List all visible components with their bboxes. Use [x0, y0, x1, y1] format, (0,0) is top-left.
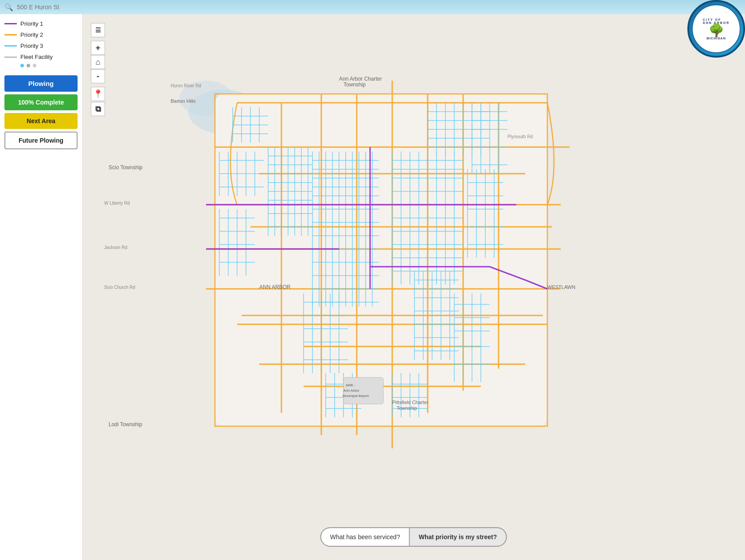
- map-svg: Ann Arbor Charter Township Scio Township…: [82, 14, 745, 560]
- map[interactable]: Ann Arbor Charter Township Scio Township…: [82, 14, 745, 560]
- search-input[interactable]: [17, 4, 150, 11]
- legend-dots: [4, 64, 78, 69]
- sidebar: Priority 1 Priority 2 Priority 3 Fleet F…: [0, 14, 82, 560]
- dot3: [33, 64, 36, 67]
- bottom-buttons: What has been serviced? What priority is…: [320, 527, 507, 547]
- fleet-line-icon: [4, 57, 17, 58]
- logo-tree-icon: 🌳: [709, 24, 724, 37]
- svg-text:Ann Arbor: Ann Arbor: [343, 389, 359, 393]
- header: 🔍: [0, 0, 745, 14]
- logo-bottom-text: MICHIGAN: [706, 37, 725, 40]
- complete-button[interactable]: 100% Complete: [4, 94, 78, 110]
- svg-text:Township: Township: [397, 405, 417, 411]
- priority3-line-icon: [4, 45, 17, 47]
- priority1-label: Priority 1: [20, 20, 43, 27]
- layers-button[interactable]: ⧉: [91, 102, 105, 116]
- locate-button[interactable]: 📍: [91, 87, 105, 101]
- home-button[interactable]: ⌂: [91, 55, 105, 69]
- map-controls: ☰ + ⌂ - 📍 ⧉: [91, 23, 105, 116]
- zoom-in-button[interactable]: +: [91, 41, 105, 55]
- svg-text:Municipal Airport: Municipal Airport: [343, 394, 369, 398]
- svg-text:Scio Church Rd: Scio Church Rd: [104, 285, 135, 290]
- fleet-label: Fleet Facility: [20, 54, 53, 60]
- svg-text:ARB -: ARB -: [346, 383, 355, 387]
- priority1-line-icon: [4, 23, 17, 24]
- svg-rect-3: [215, 94, 547, 426]
- priority3-label: Priority 3: [20, 43, 43, 49]
- future-plowing-button[interactable]: Future Plowing: [4, 132, 78, 149]
- dot2: [27, 64, 30, 67]
- svg-text:Barton Hills: Barton Hills: [171, 98, 196, 104]
- next-area-button[interactable]: Next Area: [4, 113, 78, 129]
- svg-text:Pittsfield Charter: Pittsfield Charter: [392, 400, 429, 405]
- priority2-label: Priority 2: [20, 31, 43, 38]
- zoom-out-button[interactable]: -: [91, 69, 105, 83]
- priority2-line-icon: [4, 34, 17, 35]
- search-icon: 🔍: [4, 3, 13, 12]
- city-logo: CITY OFANN ARBOR 🌳 MICHIGAN: [687, 0, 745, 58]
- svg-text:Lodi Township: Lodi Township: [109, 421, 142, 428]
- svg-text:Huron River Rd: Huron River Rd: [171, 83, 201, 88]
- priority-button[interactable]: What priority is my street?: [410, 527, 507, 547]
- svg-text:WESTLAWN: WESTLAWN: [547, 284, 575, 290]
- svg-text:Plymouth Rd: Plymouth Rd: [507, 134, 533, 139]
- svg-text:Township: Township: [343, 82, 366, 88]
- legend-priority3: Priority 3: [4, 42, 78, 50]
- legend-priority1: Priority 1: [4, 19, 78, 28]
- dot1: [20, 64, 24, 67]
- menu-button[interactable]: ☰: [91, 23, 105, 37]
- svg-text:W Liberty Rd: W Liberty Rd: [104, 201, 130, 206]
- plowing-button[interactable]: Plowing: [4, 75, 78, 92]
- svg-text:Ann Arbor Charter: Ann Arbor Charter: [339, 76, 382, 82]
- svg-text:Scio Township: Scio Township: [109, 164, 143, 171]
- svg-text:ANN ARBOR: ANN ARBOR: [259, 284, 291, 290]
- serviced-button[interactable]: What has been serviced?: [320, 527, 410, 547]
- legend-fleet: Fleet Facility: [4, 53, 78, 61]
- legend-priority2: Priority 2: [4, 31, 78, 39]
- svg-text:Jackson Rd: Jackson Rd: [104, 245, 127, 250]
